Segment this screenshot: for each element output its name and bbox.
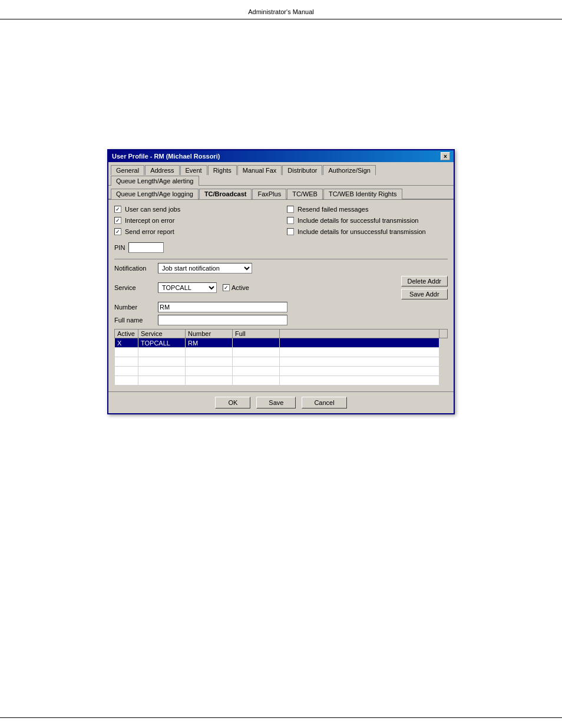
cell-active-2 [115, 348, 138, 357]
checkbox-resend[interactable] [287, 206, 294, 213]
col-scrollbar [439, 330, 448, 338]
cell-number-2 [186, 348, 233, 357]
dialog-body: User can send jobs Intercept on error Se… [108, 200, 454, 391]
separator [114, 259, 448, 259]
save-button[interactable]: Save [256, 397, 296, 409]
service-select[interactable]: TOPCALL [158, 282, 217, 293]
checkbox-include-unsuccessful[interactable] [287, 228, 294, 235]
checkbox-include-successful[interactable] [287, 217, 294, 224]
cell-active-4 [115, 367, 138, 376]
col-spacer [280, 330, 439, 338]
table-row-4[interactable] [115, 367, 448, 376]
service-label: Service [114, 284, 156, 291]
tab-event[interactable]: Event [180, 165, 207, 175]
cell-service-5 [138, 376, 186, 386]
cell-spacer-1 [280, 338, 439, 348]
cell-spacer-4 [280, 367, 439, 376]
checkbox-include-unsuccessful-row: Include details for unsuccessful transmi… [287, 228, 448, 235]
tab-queue-alerting[interactable]: Queue Length/Age alerting [111, 176, 199, 186]
tab-queue-logging[interactable]: Queue Length/Age logging [111, 189, 199, 199]
tab-rights[interactable]: Rights [208, 165, 237, 175]
fullname-input[interactable] [158, 315, 287, 325]
service-row: Service TOPCALL Active Delete Addr Save … [114, 276, 448, 299]
right-buttons: Delete Addr Save Addr [401, 276, 448, 299]
close-button[interactable]: × [441, 152, 450, 160]
dialog-title: User Profile - RM (Michael Rossori) [112, 153, 220, 160]
table-row-2[interactable] [115, 348, 448, 357]
cell-number-5 [186, 376, 233, 386]
tab-faxplus[interactable]: FaxPlus [252, 189, 286, 199]
dialog-window: User Profile - RM (Michael Rossori) × Ge… [107, 149, 455, 414]
addr-table: Active Service Number Full X TOPCALL R [114, 329, 448, 386]
col-active: Active [115, 330, 138, 338]
number-row: Number [114, 302, 448, 312]
tab-tc-broadcast[interactable]: TC/Broadcast [199, 189, 252, 199]
checkbox-user-can-send-label: User can send jobs [125, 206, 180, 213]
dialog-titlebar: User Profile - RM (Michael Rossori) × [108, 150, 454, 162]
table-row-3[interactable] [115, 357, 448, 367]
cell-active-3 [115, 357, 138, 367]
tab-tcweb[interactable]: TC/WEB [287, 189, 323, 199]
checkbox-include-unsuccessful-label: Include details for unsuccessful transmi… [297, 228, 426, 235]
checkbox-send-error-label: Send error report [125, 228, 174, 235]
tab-general[interactable]: General [111, 165, 144, 175]
ok-button[interactable]: OK [215, 397, 250, 409]
cell-active-5 [115, 376, 138, 386]
checkbox-intercept-error-label: Intercept on error [125, 217, 174, 224]
addr-table-container: Active Service Number Full X TOPCALL R [114, 329, 448, 386]
page-header: Administrator's Manual [0, 0, 562, 19]
tab-address[interactable]: Address [145, 165, 179, 175]
checkbox-send-error-row: Send error report [114, 228, 275, 235]
delete-addr-button[interactable]: Delete Addr [401, 276, 448, 286]
fullname-row: Full name [114, 315, 448, 325]
checkboxes-left: User can send jobs Intercept on error Se… [114, 206, 275, 238]
cell-number-3 [186, 357, 233, 367]
active-checkbox-row: Active [223, 284, 249, 291]
col-service: Service [138, 330, 186, 338]
tab-authorize-sign[interactable]: Authorize/Sign [323, 165, 376, 175]
tab-manual-fax[interactable]: Manual Fax [237, 165, 282, 175]
cancel-button[interactable]: Cancel [302, 397, 346, 409]
cell-service-3 [138, 357, 186, 367]
pin-label: PIN [114, 244, 125, 251]
cell-full-5 [233, 376, 280, 386]
table-row-selected[interactable]: X TOPCALL RM [115, 338, 448, 348]
checkbox-send-error[interactable] [114, 228, 121, 235]
cell-full-1 [233, 338, 280, 348]
checkboxes-right: Resend failed messages Include details f… [287, 206, 448, 238]
col-full: Full [233, 330, 280, 338]
active-checkbox[interactable] [223, 284, 230, 291]
tab-tcweb-identity[interactable]: TC/WEB Identity Rights [323, 189, 402, 199]
cell-full-2 [233, 348, 280, 357]
checkbox-resend-label: Resend failed messages [297, 206, 368, 213]
number-label: Number [114, 304, 156, 311]
checkbox-resend-row: Resend failed messages [287, 206, 448, 213]
checkbox-intercept-error[interactable] [114, 217, 121, 224]
cell-full-4 [233, 367, 280, 376]
dialog-footer: OK Save Cancel [108, 391, 454, 413]
fullname-label: Full name [114, 317, 156, 324]
pin-input[interactable] [128, 242, 164, 253]
cell-service-1: TOPCALL [138, 338, 186, 348]
checkbox-include-successful-row: Include details for successful transmiss… [287, 217, 448, 224]
checkbox-intercept-error-row: Intercept on error [114, 217, 275, 224]
tab-distributor[interactable]: Distributor [282, 165, 322, 175]
col-number: Number [186, 330, 233, 338]
cell-spacer-2 [280, 348, 439, 357]
cell-service-4 [138, 367, 186, 376]
checkbox-include-successful-label: Include details for successful transmiss… [297, 217, 418, 224]
checkbox-user-can-send[interactable] [114, 206, 121, 213]
notification-label: Notification [114, 265, 156, 272]
table-row-5[interactable] [115, 376, 448, 386]
cell-scroll-4 [439, 367, 448, 376]
notification-select[interactable]: Job start notification Job end notificat… [158, 263, 252, 274]
cell-scroll-2 [439, 348, 448, 357]
cell-scroll-3 [439, 357, 448, 367]
number-input[interactable] [158, 302, 287, 312]
cell-number-4 [186, 367, 233, 376]
cell-spacer-5 [280, 376, 439, 386]
cell-service-2 [138, 348, 186, 357]
cell-scroll-5 [439, 376, 448, 386]
cell-number-1: RM [186, 338, 233, 348]
save-addr-button[interactable]: Save Addr [401, 289, 448, 299]
